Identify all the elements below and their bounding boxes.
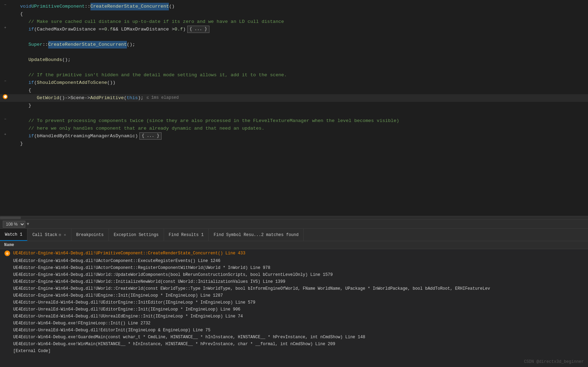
code-line: { bbox=[0, 10, 588, 18]
tab-pin-icon[interactable]: ⊞ bbox=[59, 233, 61, 237]
stack-header: Name bbox=[0, 241, 588, 249]
tab-findresults[interactable]: Find Results 1 bbox=[164, 229, 209, 241]
tab-breakpoints[interactable]: Breakpoints bbox=[71, 229, 109, 241]
tab-callstack[interactable]: Call Stack ⊞✕ bbox=[27, 229, 71, 241]
code-line: // Make sure cached cull distance is up-… bbox=[0, 18, 588, 26]
fold-collapse-icon[interactable]: − bbox=[3, 117, 8, 122]
stack-item[interactable]: UE4Editor-UnrealEd-Win64-Debug.dll!UEdit… bbox=[0, 299, 588, 306]
stack-item-text: UE4Editor-Engine-Win64-Debug.dll!UActorC… bbox=[13, 259, 584, 263]
stack-item[interactable]: UE4Editor-Engine-Win64-Debug.dll!UWorld:… bbox=[0, 278, 588, 285]
gutter: + bbox=[3, 26, 20, 30]
tab-label: Breakpoints bbox=[76, 233, 104, 237]
stack-item[interactable]: UE4Editor-Engine-Win64-Debug.dll!UActorC… bbox=[0, 264, 588, 271]
stack-item[interactable]: UE4Editor-Win64-Debug.exe!GuardedMain(co… bbox=[0, 334, 588, 341]
stack-item-text: UE4Editor-Engine-Win64-Debug.dll!UWorld:… bbox=[13, 286, 584, 291]
code-area[interactable]: −void UPrimitiveComponent::CreateRenderS… bbox=[0, 0, 588, 216]
zoom-select[interactable]: 108 % bbox=[3, 221, 25, 228]
code-token-op: } bbox=[20, 140, 23, 148]
warning-circle-icon: ⊙ bbox=[5, 251, 10, 256]
code-token-op: ()-> bbox=[59, 94, 70, 102]
tab-label: Find Results 1 bbox=[169, 233, 204, 237]
code-line: // If the primitive isn't hidden and the… bbox=[0, 71, 588, 79]
stack-item[interactable]: UE4Editor-Engine-Win64-Debug.dll!UWorld:… bbox=[0, 271, 588, 278]
code-token-op: ) bbox=[135, 132, 138, 140]
collapsed-block[interactable]: { ... } bbox=[187, 26, 209, 33]
stack-panel: Name ⊙UE4Editor-Engine-Win64-Debug.dll!U… bbox=[0, 241, 588, 367]
watermark: CSDN @directx3d_beginner bbox=[524, 359, 584, 364]
code-token-highlight: CreateRenderState_Concurrent bbox=[90, 3, 169, 10]
stack-item[interactable]: UE4Editor-UnrealEd-Win64-Debug.dll!UUnre… bbox=[0, 313, 588, 320]
stack-item[interactable]: UE4Editor-UnrealEd-Win64-Debug.dll!UEdit… bbox=[0, 306, 588, 313]
line-content: // Make sure cached cull distance is up-… bbox=[20, 18, 585, 26]
stack-item[interactable]: [External Code] bbox=[0, 348, 588, 355]
code-line: { bbox=[0, 87, 588, 94]
fold-expand-icon[interactable]: + bbox=[3, 26, 8, 30]
fold-expand-icon[interactable]: + bbox=[3, 132, 8, 137]
code-token-op: { bbox=[28, 87, 31, 94]
fold-collapse-icon[interactable]: − bbox=[3, 3, 8, 8]
gutter: + bbox=[3, 132, 20, 137]
code-token-fn: AddPrimitive bbox=[90, 94, 124, 102]
stack-item[interactable]: UE4Editor-Win64-Debug.exe!FEngineLoop::I… bbox=[0, 320, 588, 327]
code-line: −if (ShouldComponentAddToScene()) bbox=[0, 79, 588, 87]
code-line: } bbox=[0, 102, 588, 110]
stack-item-text: UE4Editor-Engine-Win64-Debug.dll!UPrimit… bbox=[13, 251, 584, 256]
stack-item[interactable]: ⊙UE4Editor-Engine-Win64-Debug.dll!UPrimi… bbox=[0, 249, 588, 257]
stack-item[interactable]: UE4Editor-Engine-Win64-Debug.dll!UWorld:… bbox=[0, 285, 588, 292]
execution-marker-icon: ⬤ bbox=[3, 94, 8, 99]
line-content: Super::CreateRenderState_Concurrent(); bbox=[20, 41, 585, 49]
tab-close-icon[interactable]: ✕ bbox=[64, 233, 66, 237]
line-content: // To prevent processing components twic… bbox=[20, 117, 585, 125]
code-token-op: ( bbox=[34, 26, 37, 33]
stack-item[interactable]: UE4Editor-Engine-Win64-Debug.dll!UActorC… bbox=[0, 257, 588, 264]
code-token-kw: if bbox=[28, 26, 34, 33]
code-token-num: 0.f bbox=[104, 26, 113, 33]
stack-item[interactable]: UE4Editor-Engine-Win64-Debug.dll!UEngine… bbox=[0, 292, 588, 299]
code-token-op: (); bbox=[62, 56, 70, 64]
stack-item-text: UE4Editor-Engine-Win64-Debug.dll!UWorld:… bbox=[13, 272, 584, 277]
horizontal-scrollbar[interactable] bbox=[0, 216, 588, 219]
code-token-op: ( bbox=[124, 94, 127, 102]
line-content: UpdateBounds(); bbox=[20, 56, 585, 64]
code-token-plain: CachedMaxDrawDistance == bbox=[37, 26, 104, 33]
code-token-op: ( bbox=[34, 132, 37, 140]
stack-item-text: UE4Editor-Win64-Debug.exe!WinMain(HINSTA… bbox=[13, 342, 584, 347]
code-token-op: } bbox=[28, 102, 31, 110]
code-token-plain: ) bbox=[183, 26, 186, 33]
code-token-op: ); bbox=[138, 94, 144, 102]
stack-item[interactable]: UE4Editor-Win64-Debug.exe!WinMain(HINSTA… bbox=[0, 341, 588, 348]
stack-list[interactable]: ⊙UE4Editor-Engine-Win64-Debug.dll!UPrimi… bbox=[0, 249, 588, 367]
line-content: void UPrimitiveComponent::CreateRenderSt… bbox=[20, 3, 585, 10]
code-token-cls: UPrimitiveComponent bbox=[31, 3, 85, 10]
code-token-fn: ShouldComponentAddToScene bbox=[37, 79, 107, 87]
scrollbar-thumb bbox=[0, 217, 21, 219]
code-line bbox=[0, 33, 588, 41]
fold-collapse-icon[interactable]: − bbox=[3, 79, 8, 84]
stack-item-text: UE4Editor-UnrealEd-Win64-Debug.dll!Edito… bbox=[13, 328, 584, 333]
stack-item-text: UE4Editor-Engine-Win64-Debug.dll!UWorld:… bbox=[13, 279, 584, 284]
code-token-op: ( bbox=[34, 79, 37, 87]
code-token-cls: Super bbox=[28, 41, 43, 49]
tab-watch1[interactable]: Watch 1 bbox=[0, 229, 27, 241]
code-token-op: :: bbox=[43, 41, 48, 49]
gutter: − bbox=[3, 3, 20, 8]
line-content: // If the primitive isn't hidden and the… bbox=[20, 71, 585, 79]
code-line: −// To prevent processing components twi… bbox=[0, 117, 588, 125]
code-token-highlight: CreateRenderState_Concurrent bbox=[48, 41, 127, 49]
tab-findsymbol[interactable]: Find Symbol Resu...2 matches found bbox=[209, 229, 304, 241]
code-token-plain: Scene-> bbox=[70, 94, 90, 102]
collapsed-block[interactable]: { ... } bbox=[139, 132, 162, 140]
code-token-cmt: // here we only handles component that a… bbox=[28, 125, 265, 132]
code-line: +if( CachedMaxDrawDistance == 0.f && LDM… bbox=[0, 26, 588, 33]
code-line: −void UPrimitiveComponent::CreateRenderS… bbox=[0, 3, 588, 10]
tab-label: Find Symbol Resu...2 matches found bbox=[214, 233, 299, 237]
code-line: } bbox=[0, 140, 588, 148]
code-token-op: () bbox=[169, 3, 174, 10]
tab-exceptionsettings[interactable]: Exception Settings bbox=[109, 229, 164, 241]
stack-item-text: UE4Editor-Engine-Win64-Debug.dll!UActorC… bbox=[13, 265, 584, 270]
code-token-cmt: // If the primitive isn't hidden and the… bbox=[28, 71, 287, 79]
stack-item-text: UE4Editor-UnrealEd-Win64-Debug.dll!UEdit… bbox=[13, 300, 584, 305]
stack-item[interactable]: UE4Editor-UnrealEd-Win64-Debug.dll!Edito… bbox=[0, 327, 588, 334]
zoom-bar: 108 % ▼ bbox=[0, 219, 588, 228]
code-token-plain: && LDMaxDrawDistance > bbox=[113, 26, 174, 33]
